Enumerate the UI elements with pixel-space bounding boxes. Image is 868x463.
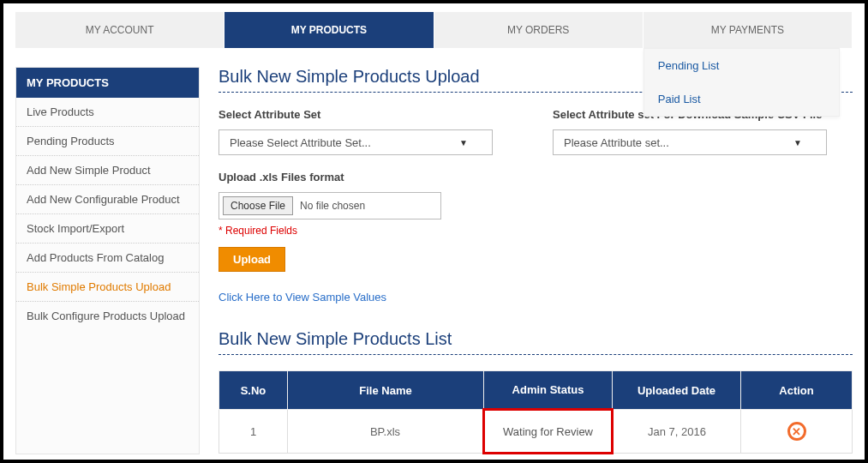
- cell-status: Wating for Review: [484, 410, 613, 454]
- nav-my-payments[interactable]: MY PAYMENTS Pending List Paid List: [644, 12, 853, 48]
- main-content: Bulk New Simple Products Upload Select A…: [218, 67, 853, 454]
- th-action: Action: [741, 371, 853, 410]
- sidebar-item-pending-products[interactable]: Pending Products: [16, 127, 199, 156]
- table-row: 1 BP.xls Wating for Review Jan 7, 2016 ✕: [219, 410, 853, 454]
- file-input[interactable]: Choose File No file chosen: [218, 192, 441, 219]
- top-nav: MY ACCOUNT MY PRODUCTS MY ORDERS MY PAYM…: [15, 12, 853, 48]
- attribute-set-value: Please Select Attribute Set...: [230, 136, 371, 149]
- cell-filename: BP.xls: [288, 410, 484, 454]
- dropdown-pending-list[interactable]: Pending List: [644, 49, 839, 82]
- list-divider: [218, 354, 853, 355]
- csv-attribute-select[interactable]: Please Attribute set...: [553, 129, 827, 155]
- th-filename: File Name: [288, 371, 484, 410]
- cell-sno: 1: [219, 410, 288, 454]
- file-status-text: No file chosen: [300, 200, 365, 212]
- nav-my-payments-label: MY PAYMENTS: [711, 24, 784, 36]
- sidebar-item-bulk-configure[interactable]: Bulk Configure Products Upload: [16, 302, 199, 330]
- th-date: Uploaded Date: [613, 371, 741, 410]
- sidebar-title: MY PRODUCTS: [16, 68, 199, 98]
- required-fields-text: * Required Fields: [218, 225, 853, 237]
- nav-my-account[interactable]: MY ACCOUNT: [15, 12, 224, 48]
- th-sno: S.No: [219, 371, 288, 410]
- nav-my-orders[interactable]: MY ORDERS: [434, 12, 644, 48]
- attribute-set-label: Select Attribute Set: [218, 108, 518, 121]
- sidebar-item-bulk-simple[interactable]: Bulk Simple Products Upload: [16, 273, 199, 302]
- cell-date: Jan 7, 2016: [613, 410, 741, 454]
- upload-button[interactable]: Upload: [218, 247, 285, 272]
- choose-file-button[interactable]: Choose File: [223, 196, 293, 215]
- sidebar: MY PRODUCTS Live Products Pending Produc…: [15, 67, 200, 454]
- th-status: Admin Status: [484, 371, 613, 410]
- csv-attribute-value: Please Attribute set...: [564, 136, 669, 149]
- sidebar-item-add-catalog[interactable]: Add Products From Catalog: [16, 244, 199, 273]
- cell-action: ✕: [741, 410, 853, 454]
- nav-my-products[interactable]: MY PRODUCTS: [224, 12, 434, 48]
- list-title: Bulk New Simple Products List: [218, 329, 853, 349]
- sidebar-item-stock-import[interactable]: Stock Import/Export: [16, 214, 199, 244]
- dropdown-paid-list[interactable]: Paid List: [644, 82, 839, 116]
- products-table: S.No File Name Admin Status Uploaded Dat…: [218, 370, 853, 454]
- sample-values-link[interactable]: Click Here to View Sample Values: [218, 291, 386, 304]
- sidebar-item-live-products[interactable]: Live Products: [16, 98, 199, 127]
- upload-format-label: Upload .xls Files format: [218, 171, 853, 183]
- delete-icon[interactable]: ✕: [787, 422, 806, 441]
- payments-dropdown: Pending List Paid List: [644, 48, 840, 117]
- sidebar-item-add-configurable[interactable]: Add New Configurable Product: [16, 185, 199, 214]
- sidebar-item-add-simple[interactable]: Add New Simple Product: [16, 156, 199, 185]
- attribute-set-select[interactable]: Please Select Attribute Set...: [218, 129, 493, 155]
